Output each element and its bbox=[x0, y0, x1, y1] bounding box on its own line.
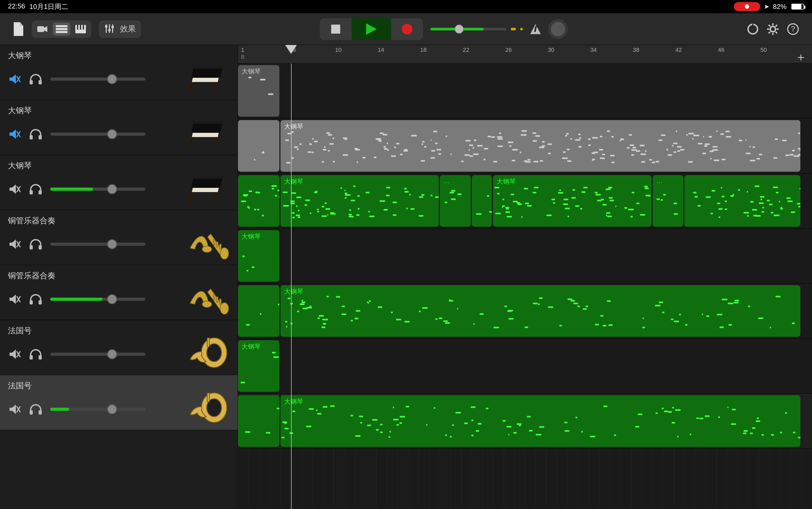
midi-notes bbox=[281, 405, 800, 444]
mute-button[interactable] bbox=[8, 182, 21, 196]
track-lane[interactable]: 大钢琴 bbox=[238, 229, 812, 283]
instrument-thumbnail[interactable] bbox=[187, 278, 230, 320]
timeline-column: ＋ 1B61014182226303438424650 大钢琴大钢琴大钢琴…大钢… bbox=[238, 45, 812, 509]
record-button[interactable] bbox=[391, 18, 423, 40]
solo-button[interactable] bbox=[29, 348, 42, 361]
track-lane[interactable]: 大钢琴 bbox=[238, 283, 812, 339]
instrument-thumbnail[interactable] bbox=[187, 223, 230, 265]
view-camera-button[interactable] bbox=[34, 23, 51, 36]
svg-rect-3 bbox=[56, 31, 67, 33]
view-mode-segmented[interactable] bbox=[32, 21, 91, 38]
my-songs-button[interactable] bbox=[13, 22, 24, 36]
settings-button[interactable] bbox=[767, 23, 779, 35]
midi-region[interactable]: 大钢琴 bbox=[281, 120, 800, 172]
midi-region[interactable]: 大钢琴 bbox=[238, 340, 280, 392]
solo-button[interactable] bbox=[29, 72, 42, 86]
track-lane[interactable]: 大钢琴 bbox=[238, 118, 812, 174]
instrument-thumbnail[interactable] bbox=[187, 388, 230, 431]
master-volume-track[interactable] bbox=[430, 28, 507, 30]
track-name: 法国号 bbox=[8, 380, 32, 391]
midi-region[interactable] bbox=[238, 285, 280, 337]
svg-rect-53 bbox=[39, 355, 42, 360]
track-header[interactable]: 大钢琴 bbox=[0, 155, 237, 210]
solo-button[interactable] bbox=[29, 403, 42, 416]
ruler-tick: 34 bbox=[590, 46, 597, 54]
mute-button[interactable] bbox=[8, 348, 21, 361]
loop-button[interactable] bbox=[746, 23, 759, 35]
instrument-thumbnail[interactable] bbox=[187, 168, 230, 210]
stop-button[interactable] bbox=[320, 18, 352, 40]
svg-rect-43 bbox=[217, 242, 218, 247]
track-volume[interactable] bbox=[50, 353, 145, 356]
ruler[interactable]: ＋ 1B61014182226303438424650 bbox=[238, 45, 812, 64]
playhead[interactable] bbox=[291, 64, 292, 509]
midi-region[interactable]: … bbox=[653, 175, 684, 227]
track-header[interactable]: 法国号 bbox=[0, 375, 237, 430]
fx-group[interactable]: 效果 bbox=[99, 21, 141, 38]
track-volume[interactable] bbox=[50, 408, 145, 411]
track-lane[interactable]: 大钢琴 bbox=[238, 394, 812, 449]
battery-fill bbox=[792, 4, 802, 9]
midi-region[interactable] bbox=[238, 395, 280, 447]
track-volume[interactable] bbox=[50, 188, 145, 191]
svg-rect-52 bbox=[30, 355, 33, 360]
status-bar: 22:56 10月1日周二 ➤ 82% bbox=[0, 0, 812, 13]
play-button[interactable] bbox=[352, 18, 391, 40]
midi-region[interactable]: 大钢琴 bbox=[281, 395, 800, 447]
track-volume[interactable] bbox=[50, 243, 145, 246]
svg-rect-20 bbox=[192, 78, 219, 82]
help-button[interactable]: ? bbox=[787, 23, 799, 35]
solo-button[interactable] bbox=[29, 182, 42, 196]
metronome-button[interactable] bbox=[530, 24, 541, 34]
ruler-tick: 42 bbox=[675, 46, 682, 54]
view-tracks-button[interactable] bbox=[53, 23, 70, 36]
track-header[interactable]: 大钢琴 bbox=[0, 45, 237, 100]
svg-rect-29 bbox=[213, 137, 217, 146]
svg-rect-5 bbox=[77, 25, 78, 30]
track-header[interactable]: 铜管乐器合奏 bbox=[0, 210, 237, 265]
mute-button[interactable] bbox=[8, 128, 21, 141]
mute-button[interactable] bbox=[8, 72, 21, 86]
solo-button[interactable] bbox=[29, 128, 42, 141]
mute-button[interactable] bbox=[8, 293, 21, 306]
master-record-arm[interactable] bbox=[548, 19, 568, 39]
solo-button[interactable] bbox=[29, 293, 42, 306]
screen-record-indicator[interactable] bbox=[734, 2, 760, 11]
midi-region[interactable] bbox=[684, 175, 800, 227]
track-volume[interactable] bbox=[50, 298, 145, 301]
svg-rect-61 bbox=[207, 393, 209, 402]
track-volume[interactable] bbox=[50, 133, 145, 136]
mute-button[interactable] bbox=[8, 238, 21, 251]
track-volume[interactable] bbox=[50, 77, 145, 81]
instrument-thumbnail[interactable] bbox=[187, 333, 230, 375]
status-time: 22:56 bbox=[8, 2, 25, 11]
midi-region[interactable]: 大钢琴 bbox=[493, 175, 651, 227]
svg-text:?: ? bbox=[791, 24, 795, 33]
instrument-thumbnail[interactable] bbox=[187, 113, 230, 155]
track-header[interactable]: 铜管乐器合奏 bbox=[0, 265, 237, 320]
midi-region[interactable]: 大钢琴 bbox=[238, 230, 280, 282]
midi-region[interactable] bbox=[238, 120, 280, 172]
svg-rect-37 bbox=[194, 176, 222, 179]
midi-region[interactable] bbox=[238, 175, 280, 227]
track-lane[interactable]: 大钢琴…大钢琴… bbox=[238, 174, 812, 229]
midi-region[interactable]: 大钢琴 bbox=[281, 285, 800, 337]
midi-region[interactable]: … bbox=[440, 175, 471, 227]
ruler-tick: 26 bbox=[505, 46, 512, 54]
solo-button[interactable] bbox=[29, 238, 42, 251]
track-lane[interactable]: 大钢琴 bbox=[238, 64, 812, 118]
playhead-marker[interactable] bbox=[285, 45, 297, 54]
track-header[interactable]: 大钢琴 bbox=[0, 100, 237, 155]
track-header[interactable]: 法国号 bbox=[0, 320, 237, 375]
midi-region[interactable] bbox=[472, 175, 492, 227]
master-volume[interactable] bbox=[430, 28, 523, 30]
view-keyboard-button[interactable] bbox=[72, 23, 89, 36]
midi-region[interactable]: 大钢琴 bbox=[281, 175, 439, 227]
midi-region[interactable]: 大钢琴 bbox=[238, 65, 280, 117]
tracks-area[interactable]: 大钢琴大钢琴大钢琴…大钢琴…大钢琴大钢琴大钢琴大钢琴 bbox=[238, 64, 812, 509]
svg-point-14 bbox=[770, 27, 776, 32]
mute-button[interactable] bbox=[8, 403, 21, 416]
track-lane[interactable]: 大钢琴 bbox=[238, 339, 812, 394]
instrument-thumbnail[interactable] bbox=[187, 58, 230, 100]
add-track-button[interactable]: ＋ bbox=[795, 49, 807, 65]
